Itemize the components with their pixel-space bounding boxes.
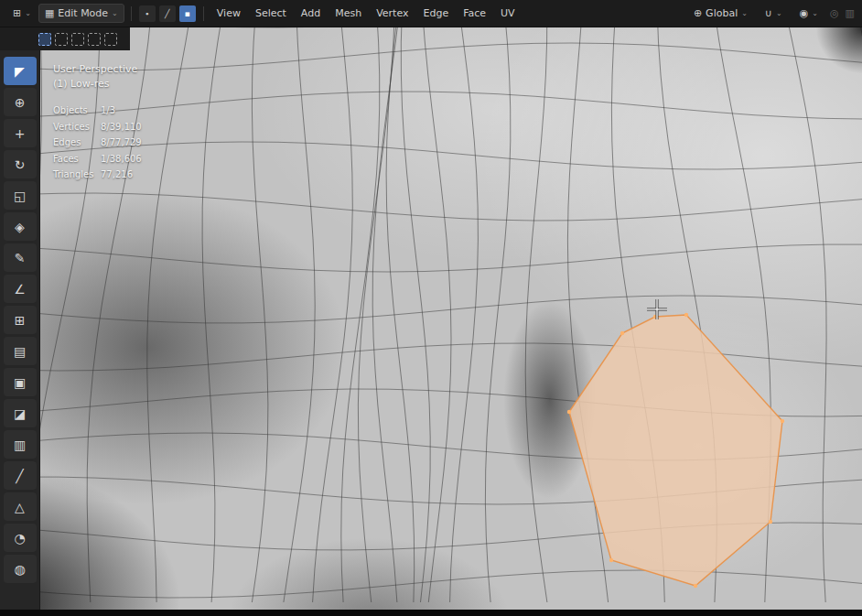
selected-vertex[interactable] [567, 410, 571, 414]
poly-build-icon: △ [15, 500, 25, 514]
tool-poly-build[interactable]: △ [4, 492, 37, 521]
blender-window: ⊞ ⌄ ▦ Edit Mode ⌄ ∙ ╱ ▪ View Select Add … [0, 0, 862, 616]
tool-spin[interactable]: ◔ [4, 524, 37, 552]
mode-label: Edit Mode [58, 7, 108, 19]
editor-type-icon: ⊞ [13, 7, 21, 19]
mode-selector[interactable]: ▦ Edit Mode ⌄ [38, 4, 124, 23]
face-select-icon: ▪ [185, 9, 190, 18]
header-right-cluster: ⊕ Global ⌄ ∪ ⌄ ◉ ⌄ ◎ ▥ [688, 5, 855, 22]
chevron-down-icon: ⌄ [812, 10, 818, 17]
loop-cut-icon: ▥ [14, 438, 26, 452]
chevron-down-icon: ⌄ [741, 10, 748, 17]
menu-uv[interactable]: UV [494, 5, 522, 22]
knife-icon: ╱ [16, 469, 23, 483]
selected-vertex[interactable] [781, 419, 784, 423]
rotate-icon: ↻ [15, 157, 26, 172]
selected-face[interactable] [569, 315, 782, 586]
editor-type-button[interactable]: ⊞ ⌄ [7, 5, 37, 22]
menu-face[interactable]: Face [457, 5, 492, 22]
menu-mesh[interactable]: Mesh [329, 5, 368, 22]
annotate-icon: ✎ [15, 251, 26, 265]
transform-icon: ◈ [15, 220, 25, 234]
smooth-icon: ◍ [14, 562, 25, 577]
tool-settings-bar [0, 27, 130, 50]
stat-faces: Faces 1/38,606 [53, 151, 142, 168]
select-mode-subtract-button[interactable] [71, 33, 84, 46]
tool-measure[interactable]: ∠ [4, 275, 37, 303]
tool-bevel[interactable]: ◪ [4, 399, 37, 427]
select-mode-intersect-button[interactable] [104, 33, 117, 46]
spin-icon: ◔ [14, 531, 25, 546]
menu-view[interactable]: View [210, 5, 247, 22]
chevron-down-icon: ⌄ [776, 10, 782, 17]
tool-rotate[interactable]: ↻ [4, 150, 37, 178]
separator [203, 6, 204, 21]
active-object-label: (1) Low-res [53, 77, 137, 92]
scene-statistics: Objects 1/3 Vertices 8/39,110 Edges 8/77… [53, 103, 142, 183]
tool-scale[interactable]: ◱ [4, 181, 37, 210]
magnet-icon: ∪ [765, 7, 772, 19]
stat-objects: Objects 1/3 [53, 103, 142, 119]
tool-add-cube[interactable]: ⊞ [4, 306, 37, 334]
viewport-header: ⊞ ⌄ ▦ Edit Mode ⌄ ∙ ╱ ▪ View Select Add … [0, 0, 862, 27]
measure-icon: ∠ [14, 282, 26, 297]
letterbox-bar [0, 610, 862, 616]
extrude-region-icon: ▤ [14, 344, 26, 359]
stat-edges: Edges 8/77,729 [53, 135, 142, 151]
tool-annotate[interactable]: ✎ [4, 243, 37, 272]
stat-vertices: Vertices 8/39,110 [53, 119, 142, 135]
select-box-icon: ◤ [15, 64, 25, 79]
scale-icon: ◱ [14, 189, 26, 203]
snapping-toggle[interactable]: ∪ ⌄ [760, 5, 788, 22]
vertex-select-icon: ∙ [145, 9, 150, 18]
move-icon: + [15, 126, 26, 141]
tool-transform[interactable]: ◈ [4, 212, 37, 241]
overlay-toggle-icon[interactable]: ◎ [830, 7, 839, 19]
menu-edge[interactable]: Edge [416, 5, 455, 22]
select-mode-invert-button[interactable] [88, 33, 101, 46]
transform-orientation-dropdown[interactable]: ⊕ Global ⌄ [688, 5, 753, 22]
selected-vertex[interactable] [609, 558, 613, 562]
inset-faces-icon: ▣ [14, 375, 26, 390]
chevron-down-icon: ⌄ [25, 10, 31, 17]
proportional-editing-icon: ◉ [800, 7, 809, 19]
separator [131, 6, 132, 21]
stat-triangles: Triangles 77,216 [53, 167, 142, 183]
edit-mode-icon: ▦ [45, 7, 54, 19]
tool-cursor[interactable]: ⊕ [4, 88, 37, 116]
chevron-down-icon: ⌄ [112, 10, 118, 17]
tool-select-box[interactable]: ◤ [4, 57, 37, 85]
tool-knife[interactable]: ╱ [4, 461, 37, 490]
bevel-icon: ◪ [14, 406, 26, 421]
menu-add[interactable]: Add [295, 5, 327, 22]
viewport-overlay-text: User Perspective (1) Low-res [53, 62, 137, 92]
cursor-icon: ⊕ [15, 95, 26, 110]
select-mode-new-button[interactable] [38, 33, 51, 46]
tool-smooth[interactable]: ◍ [4, 555, 37, 583]
view-perspective-label: User Perspective [53, 62, 137, 77]
shading-toggle-icon[interactable]: ▥ [846, 7, 855, 19]
3d-viewport[interactable]: User Perspective (1) Low-res Objects 1/3… [40, 27, 862, 610]
vertex-select-button[interactable]: ∙ [139, 5, 156, 22]
selected-vertex[interactable] [684, 313, 688, 317]
tool-move[interactable]: + [4, 119, 37, 147]
selection-layer [40, 27, 862, 610]
add-cube-icon: ⊞ [15, 313, 26, 328]
edge-select-button[interactable]: ╱ [159, 5, 176, 22]
face-select-button[interactable]: ▪ [179, 5, 196, 22]
menu-select[interactable]: Select [249, 5, 293, 22]
proportional-editing-toggle[interactable]: ◉ ⌄ [794, 5, 824, 22]
tool-inset-faces[interactable]: ▣ [4, 368, 37, 396]
globe-icon: ⊕ [694, 7, 702, 19]
menu-vertex[interactable]: Vertex [370, 5, 415, 22]
selected-vertex[interactable] [769, 520, 772, 524]
tool-loop-cut[interactable]: ▥ [4, 430, 37, 459]
selected-vertex[interactable] [694, 584, 697, 588]
tool-extrude-region[interactable]: ▤ [4, 337, 37, 365]
toolbar: ◤ ⊕ + ↻ ◱ ◈ ✎ ∠ ⊞ ▤ ▣ ◪ ▥ ╱ △ ◔ ◍ [0, 27, 40, 610]
edge-select-icon: ╱ [165, 9, 169, 18]
select-mode-extend-button[interactable] [55, 33, 68, 46]
selected-vertex[interactable] [620, 331, 624, 335]
orientation-label: Global [706, 7, 738, 19]
